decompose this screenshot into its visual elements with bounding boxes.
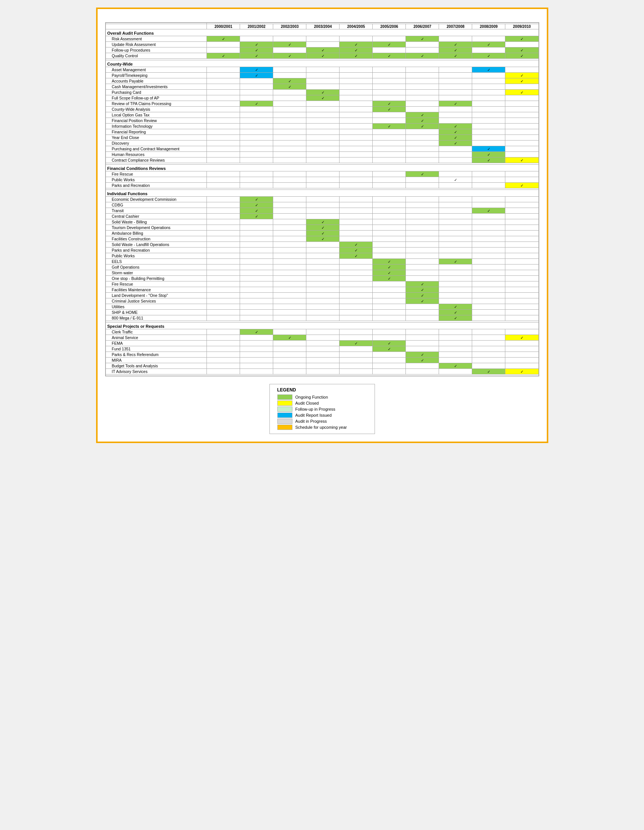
cell-3-18-3 — [306, 298, 339, 304]
cell-1-10-4 — [339, 124, 373, 129]
cell-3-2-0 — [207, 208, 240, 214]
table-row: Public Works✓ — [106, 177, 538, 183]
cell-3-11-6 — [406, 259, 439, 265]
cell-1-9-1 — [240, 118, 273, 124]
cell-3-10-7 — [439, 253, 472, 259]
cell-3-15-0 — [207, 282, 240, 287]
section-header-0: Overall Audit Functions — [106, 29, 538, 36]
cell-3-0-5 — [373, 196, 406, 202]
cell-3-16-0 — [207, 287, 240, 293]
cell-1-12-0 — [207, 135, 240, 141]
year-col-8: 2008/2009 — [472, 24, 505, 29]
cell-3-0-9 — [505, 196, 538, 202]
cell-1-3-4 — [339, 84, 373, 90]
cell-1-10-3 — [306, 124, 339, 129]
cell-3-17-6: ✓ — [406, 293, 439, 298]
section-header-1: County-Wide — [106, 60, 538, 67]
cell-1-6-8 — [472, 101, 505, 107]
cell-3-6-1 — [240, 231, 273, 236]
table-row: Follow-up Procedures✓✓✓✓✓ — [106, 48, 538, 53]
year-col-9: 2009/2010 — [505, 24, 538, 29]
row-label-4-5: MIRA — [106, 358, 207, 363]
cell-3-11-7: ✓ — [439, 259, 472, 265]
cell-1-9-7 — [439, 118, 472, 124]
cell-1-11-9 — [505, 129, 538, 135]
cell-3-4-4 — [339, 219, 373, 225]
cell-3-10-1 — [240, 253, 273, 259]
table-row: Animal Service✓✓ — [106, 335, 538, 341]
cell-0-1-9 — [505, 42, 538, 48]
cell-4-5-8 — [472, 358, 505, 363]
cell-3-12-9 — [505, 265, 538, 270]
cell-3-14-8 — [472, 276, 505, 282]
cell-2-2-9: ✓ — [505, 183, 538, 188]
cell-0-3-8: ✓ — [472, 53, 505, 59]
row-label-3-2: Transit — [106, 208, 207, 214]
cell-1-14-9 — [505, 146, 538, 152]
cell-1-1-5 — [373, 73, 406, 78]
legend-upcoming: Schedule for upcoming year — [278, 425, 367, 430]
cell-1-6-2 — [273, 101, 306, 107]
legend-issued: Audit Report Issued — [278, 413, 367, 418]
cell-4-2-1 — [240, 341, 273, 346]
cell-3-1-8 — [472, 202, 505, 208]
cell-3-2-6 — [406, 208, 439, 214]
row-label-3-14: One stop - Building Permitting — [106, 276, 207, 282]
cell-3-2-2 — [273, 208, 306, 214]
cell-3-16-4 — [339, 287, 373, 293]
cell-2-0-4 — [339, 171, 373, 177]
cell-1-0-5 — [373, 67, 406, 73]
cell-0-2-5 — [373, 48, 406, 53]
cell-2-1-8 — [472, 177, 505, 183]
cell-3-4-5 — [373, 219, 406, 225]
cell-2-0-8 — [472, 171, 505, 177]
cell-4-3-5: ✓ — [373, 346, 406, 352]
cell-3-16-9 — [505, 287, 538, 293]
cell-3-9-0 — [207, 247, 240, 253]
cell-4-3-7 — [439, 346, 472, 352]
cell-3-7-7 — [439, 236, 472, 242]
cell-4-3-3 — [306, 346, 339, 352]
cell-3-8-5 — [373, 242, 406, 247]
cell-1-8-8 — [472, 112, 505, 118]
row-label-1-15: Human Resources — [106, 152, 207, 157]
cell-4-5-6: ✓ — [406, 358, 439, 363]
cell-4-7-7 — [439, 369, 472, 374]
cell-1-2-8 — [472, 78, 505, 84]
cell-3-19-7: ✓ — [439, 304, 472, 310]
cell-1-7-3 — [306, 107, 339, 112]
row-label-3-10: Public Works — [106, 253, 207, 259]
cell-2-0-7 — [439, 171, 472, 177]
cell-4-0-8 — [472, 329, 505, 335]
cell-1-8-6: ✓ — [406, 112, 439, 118]
table-row: IT Advisory Services✓✓ — [106, 369, 538, 374]
cell-3-13-9 — [505, 270, 538, 276]
cell-3-11-0 — [207, 259, 240, 265]
cell-3-8-1 — [240, 242, 273, 247]
cell-3-9-9 — [505, 247, 538, 253]
table-row: Ambulance Billing✓ — [106, 231, 538, 236]
cell-1-9-2 — [273, 118, 306, 124]
cell-1-13-8 — [472, 141, 505, 146]
cell-1-12-3 — [306, 135, 339, 141]
cell-3-1-0 — [207, 202, 240, 208]
row-label-3-12: Golf Operations — [106, 265, 207, 270]
cell-1-14-6 — [406, 146, 439, 152]
cell-3-14-4 — [339, 276, 373, 282]
table-row: Contract Compliance Reviews✓✓ — [106, 157, 538, 163]
cell-1-0-3 — [306, 67, 339, 73]
cell-1-8-5 — [373, 112, 406, 118]
cell-4-2-4: ✓ — [339, 341, 373, 346]
cell-1-15-7 — [439, 152, 472, 157]
legend-label-issued: Audit Report Issued — [295, 413, 332, 417]
cell-2-0-6: ✓ — [406, 171, 439, 177]
cell-1-12-7: ✓ — [439, 135, 472, 141]
cell-3-5-7 — [439, 225, 472, 231]
cell-1-13-7: ✓ — [439, 141, 472, 146]
cell-3-10-2 — [273, 253, 306, 259]
row-label-3-5: Tourism Development Operations — [106, 225, 207, 231]
cell-1-2-4 — [339, 78, 373, 84]
cell-3-0-4 — [339, 196, 373, 202]
row-label-1-5: Full Scope Follow-up of AP — [106, 95, 207, 101]
cell-1-7-6 — [406, 107, 439, 112]
